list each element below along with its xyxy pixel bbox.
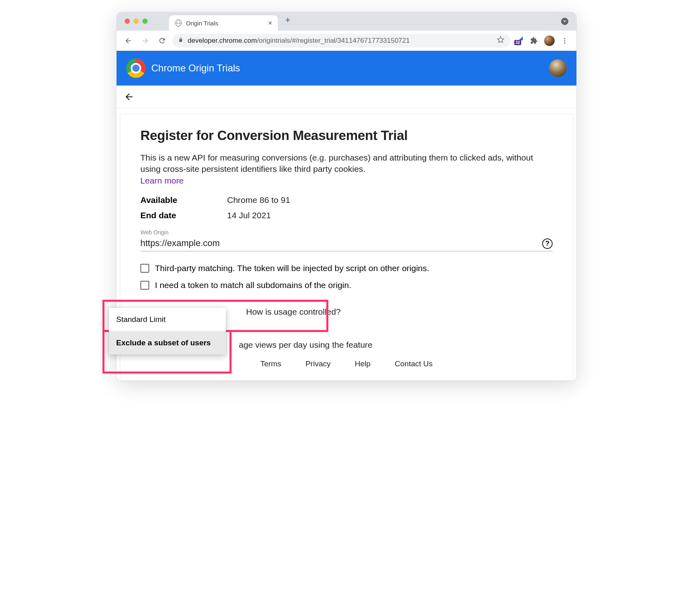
lock-icon xyxy=(178,37,184,45)
dropdown-option-exclude[interactable]: Exclude a subset of users xyxy=(109,331,226,355)
web-origin-field: Web Origin ? xyxy=(140,229,553,251)
titlebar: Origin Trials × + xyxy=(117,12,576,31)
subdomains-checkbox-row: I need a token to match all subdomains o… xyxy=(140,280,553,290)
app-header: Chrome Origin Trials xyxy=(117,51,576,86)
end-date-row: End date 14 Jul 2021 xyxy=(140,211,553,220)
new-tab-button[interactable]: + xyxy=(285,15,290,25)
browser-toolbar: developer.chrome.com/origintrials/#/regi… xyxy=(117,31,576,51)
available-label: Available xyxy=(140,195,227,205)
trial-description: This is a new API for measuring conversi… xyxy=(140,152,553,175)
extension-count: 32 xyxy=(514,40,521,45)
subdomains-label: I need a token to match all subdomains o… xyxy=(155,280,351,290)
url-path: /origintrials/#/register_trial/341147671… xyxy=(257,37,410,44)
third-party-checkbox-row: Third-party matching. The token will be … xyxy=(140,263,553,273)
back-button[interactable] xyxy=(121,34,135,48)
browser-tab[interactable]: Origin Trials × xyxy=(169,15,278,31)
chrome-logo-icon xyxy=(126,58,146,78)
close-tab-icon[interactable]: × xyxy=(268,19,272,27)
extensions-button[interactable] xyxy=(527,34,541,48)
svg-point-2 xyxy=(564,42,566,43)
forward-button[interactable] xyxy=(138,34,152,48)
bookmark-star-icon[interactable] xyxy=(497,35,505,46)
profile-avatar[interactable] xyxy=(544,35,555,46)
extension-badge[interactable]: 32 xyxy=(513,36,524,45)
maximize-window-button[interactable] xyxy=(142,19,148,24)
available-value: Chrome 86 to 91 xyxy=(227,195,290,205)
page-title: Register for Conversion Measurement Tria… xyxy=(140,128,553,143)
browser-window: Origin Trials × + developer.chrome.com/o… xyxy=(117,12,576,381)
app-title: Chrome Origin Trials xyxy=(151,63,240,74)
end-date-label: End date xyxy=(140,211,227,220)
third-party-label: Third-party matching. The token will be … xyxy=(155,263,429,273)
footer-help[interactable]: Help xyxy=(355,359,370,368)
footer-contact[interactable]: Contact Us xyxy=(395,359,433,368)
window-controls xyxy=(125,19,148,24)
reload-button[interactable] xyxy=(155,34,169,48)
user-avatar[interactable] xyxy=(549,59,567,77)
url-text: developer.chrome.com/origintrials/#/regi… xyxy=(188,37,410,45)
subdomains-checkbox[interactable] xyxy=(140,281,149,290)
footer-terms[interactable]: Terms xyxy=(260,359,281,368)
page-back-row xyxy=(117,86,576,108)
chrome-menu-button[interactable] xyxy=(558,34,572,48)
third-party-checkbox[interactable] xyxy=(140,264,149,273)
tab-search-button[interactable] xyxy=(561,18,568,25)
minimize-window-button[interactable] xyxy=(134,19,139,24)
web-origin-label: Web Origin xyxy=(140,229,553,236)
dropdown-option-standard[interactable]: Standard Limit xyxy=(109,308,226,331)
end-date-value: 14 Jul 2021 xyxy=(227,211,271,220)
svg-point-0 xyxy=(564,38,566,39)
usage-controlled-link[interactable]: How is usage controlled? xyxy=(246,307,553,317)
available-row: Available Chrome 86 to 91 xyxy=(140,195,553,205)
address-bar[interactable]: developer.chrome.com/origintrials/#/regi… xyxy=(172,34,510,48)
register-card: Register for Conversion Measurement Tria… xyxy=(120,114,573,381)
svg-point-1 xyxy=(564,40,566,41)
page-back-arrow-icon[interactable] xyxy=(124,92,134,102)
web-origin-input[interactable] xyxy=(140,236,553,251)
tab-title: Origin Trials xyxy=(186,20,218,27)
learn-more-link[interactable]: Learn more xyxy=(140,176,184,186)
url-host: developer.chrome.com xyxy=(188,37,257,44)
help-icon[interactable]: ? xyxy=(542,238,553,249)
footer-privacy[interactable]: Privacy xyxy=(305,359,330,368)
expected-usage-text: age views per day using the feature xyxy=(239,340,553,350)
globe-icon xyxy=(175,19,182,27)
close-window-button[interactable] xyxy=(125,19,130,24)
usage-restriction-dropdown: Standard Limit Exclude a subset of users xyxy=(109,308,226,355)
